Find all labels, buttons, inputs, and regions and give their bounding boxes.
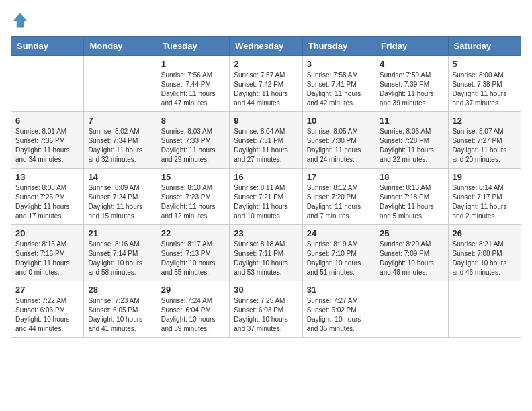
day-header: Wednesday [230, 37, 302, 56]
day-info: Sunrise: 7:25 AM Sunset: 6:03 PM Dayligh… [234, 296, 298, 334]
day-info: Sunrise: 8:16 AM Sunset: 7:14 PM Dayligh… [88, 240, 152, 277]
calendar-week-row: 1Sunrise: 7:56 AM Sunset: 7:44 PM Daylig… [11, 56, 521, 112]
day-info: Sunrise: 8:08 AM Sunset: 7:25 PM Dayligh… [15, 183, 79, 221]
day-number: 16 [234, 172, 298, 182]
day-number: 6 [15, 116, 79, 126]
day-number: 18 [380, 172, 443, 182]
calendar-cell: 13Sunrise: 8:08 AM Sunset: 7:25 PM Dayli… [11, 169, 84, 225]
calendar-cell: 14Sunrise: 8:09 AM Sunset: 7:24 PM Dayli… [84, 169, 157, 225]
calendar-cell: 21Sunrise: 8:16 AM Sunset: 7:14 PM Dayli… [84, 225, 157, 281]
day-number: 22 [161, 228, 225, 238]
day-number: 30 [234, 285, 298, 295]
calendar-cell: 23Sunrise: 8:18 AM Sunset: 7:11 PM Dayli… [230, 225, 302, 281]
calendar-cell: 8Sunrise: 8:03 AM Sunset: 7:33 PM Daylig… [157, 112, 229, 169]
logo [11, 11, 32, 30]
day-header: Monday [84, 37, 157, 56]
day-number: 3 [307, 59, 371, 69]
day-info: Sunrise: 8:12 AM Sunset: 7:20 PM Dayligh… [307, 183, 371, 221]
calendar-cell: 1Sunrise: 7:56 AM Sunset: 7:44 PM Daylig… [157, 56, 229, 112]
calendar-cell [84, 56, 157, 112]
day-info: Sunrise: 8:18 AM Sunset: 7:11 PM Dayligh… [234, 240, 298, 277]
calendar-cell: 17Sunrise: 8:12 AM Sunset: 7:20 PM Dayli… [302, 169, 375, 225]
day-info: Sunrise: 8:19 AM Sunset: 7:10 PM Dayligh… [307, 240, 371, 277]
day-header: Thursday [302, 37, 375, 56]
day-info: Sunrise: 7:23 AM Sunset: 6:05 PM Dayligh… [88, 296, 152, 334]
day-info: Sunrise: 8:11 AM Sunset: 7:21 PM Dayligh… [234, 183, 298, 221]
day-number: 1 [161, 59, 225, 69]
calendar-body: 1Sunrise: 7:56 AM Sunset: 7:44 PM Daylig… [11, 56, 521, 338]
page-header [11, 11, 521, 30]
day-number: 24 [307, 228, 371, 238]
day-number: 4 [380, 59, 443, 69]
calendar-table: SundayMondayTuesdayWednesdayThursdayFrid… [11, 36, 521, 338]
day-number: 21 [88, 228, 152, 238]
day-number: 11 [380, 116, 443, 126]
calendar-cell: 10Sunrise: 8:05 AM Sunset: 7:30 PM Dayli… [302, 112, 375, 169]
calendar-cell: 7Sunrise: 8:02 AM Sunset: 7:34 PM Daylig… [84, 112, 157, 169]
day-info: Sunrise: 7:22 AM Sunset: 6:06 PM Dayligh… [15, 296, 79, 334]
calendar-cell [11, 56, 84, 112]
day-number: 2 [234, 59, 298, 69]
calendar-cell: 9Sunrise: 8:04 AM Sunset: 7:31 PM Daylig… [230, 112, 302, 169]
calendar-cell: 11Sunrise: 8:06 AM Sunset: 7:28 PM Dayli… [375, 112, 448, 169]
calendar-cell: 26Sunrise: 8:21 AM Sunset: 7:08 PM Dayli… [448, 225, 521, 281]
calendar-cell: 28Sunrise: 7:23 AM Sunset: 6:05 PM Dayli… [84, 281, 157, 338]
calendar-cell: 6Sunrise: 8:01 AM Sunset: 7:36 PM Daylig… [11, 112, 84, 169]
calendar-cell: 18Sunrise: 8:13 AM Sunset: 7:18 PM Dayli… [375, 169, 448, 225]
day-info: Sunrise: 8:07 AM Sunset: 7:27 PM Dayligh… [453, 127, 517, 165]
calendar-cell: 22Sunrise: 8:17 AM Sunset: 7:13 PM Dayli… [157, 225, 229, 281]
day-number: 31 [307, 285, 371, 295]
day-header: Friday [375, 37, 448, 56]
day-number: 12 [453, 116, 517, 126]
day-info: Sunrise: 8:13 AM Sunset: 7:18 PM Dayligh… [380, 183, 443, 221]
svg-marker-0 [13, 13, 28, 28]
calendar-cell: 2Sunrise: 7:57 AM Sunset: 7:42 PM Daylig… [230, 56, 302, 112]
day-number: 17 [307, 172, 371, 182]
day-info: Sunrise: 8:15 AM Sunset: 7:16 PM Dayligh… [15, 240, 79, 277]
day-number: 8 [161, 116, 225, 126]
day-info: Sunrise: 7:59 AM Sunset: 7:39 PM Dayligh… [380, 71, 443, 108]
calendar-cell: 30Sunrise: 7:25 AM Sunset: 6:03 PM Dayli… [230, 281, 302, 338]
calendar-cell: 19Sunrise: 8:14 AM Sunset: 7:17 PM Dayli… [448, 169, 521, 225]
calendar-cell: 31Sunrise: 7:27 AM Sunset: 6:02 PM Dayli… [302, 281, 375, 338]
day-info: Sunrise: 8:06 AM Sunset: 7:28 PM Dayligh… [380, 127, 443, 165]
day-info: Sunrise: 8:02 AM Sunset: 7:34 PM Dayligh… [88, 127, 152, 165]
logo-icon [11, 11, 30, 30]
calendar-cell: 29Sunrise: 7:24 AM Sunset: 6:04 PM Dayli… [157, 281, 229, 338]
day-number: 10 [307, 116, 371, 126]
day-info: Sunrise: 8:21 AM Sunset: 7:08 PM Dayligh… [453, 240, 517, 277]
calendar-cell: 16Sunrise: 8:11 AM Sunset: 7:21 PM Dayli… [230, 169, 302, 225]
day-info: Sunrise: 8:04 AM Sunset: 7:31 PM Dayligh… [234, 127, 298, 165]
day-number: 15 [161, 172, 225, 182]
day-number: 25 [380, 228, 443, 238]
calendar-cell [375, 281, 448, 338]
day-number: 9 [234, 116, 298, 126]
day-info: Sunrise: 7:57 AM Sunset: 7:42 PM Dayligh… [234, 71, 298, 108]
day-number: 26 [453, 228, 517, 238]
day-info: Sunrise: 8:00 AM Sunset: 7:38 PM Dayligh… [453, 71, 517, 108]
calendar-cell: 25Sunrise: 8:20 AM Sunset: 7:09 PM Dayli… [375, 225, 448, 281]
calendar-week-row: 27Sunrise: 7:22 AM Sunset: 6:06 PM Dayli… [11, 281, 521, 338]
day-number: 13 [15, 172, 79, 182]
day-number: 7 [88, 116, 152, 126]
day-info: Sunrise: 8:20 AM Sunset: 7:09 PM Dayligh… [380, 240, 443, 277]
day-info: Sunrise: 8:17 AM Sunset: 7:13 PM Dayligh… [161, 240, 225, 277]
calendar-week-row: 6Sunrise: 8:01 AM Sunset: 7:36 PM Daylig… [11, 112, 521, 169]
calendar-cell: 5Sunrise: 8:00 AM Sunset: 7:38 PM Daylig… [448, 56, 521, 112]
calendar-week-row: 20Sunrise: 8:15 AM Sunset: 7:16 PM Dayli… [11, 225, 521, 281]
day-info: Sunrise: 8:10 AM Sunset: 7:23 PM Dayligh… [161, 183, 225, 221]
day-info: Sunrise: 7:56 AM Sunset: 7:44 PM Dayligh… [161, 71, 225, 108]
day-info: Sunrise: 7:27 AM Sunset: 6:02 PM Dayligh… [307, 296, 371, 334]
day-number: 27 [15, 285, 79, 295]
calendar-header-row: SundayMondayTuesdayWednesdayThursdayFrid… [11, 37, 521, 56]
day-info: Sunrise: 8:03 AM Sunset: 7:33 PM Dayligh… [161, 127, 225, 165]
day-info: Sunrise: 8:01 AM Sunset: 7:36 PM Dayligh… [15, 127, 79, 165]
day-info: Sunrise: 8:05 AM Sunset: 7:30 PM Dayligh… [307, 127, 371, 165]
day-number: 29 [161, 285, 225, 295]
calendar-cell: 15Sunrise: 8:10 AM Sunset: 7:23 PM Dayli… [157, 169, 229, 225]
day-info: Sunrise: 8:09 AM Sunset: 7:24 PM Dayligh… [88, 183, 152, 221]
day-number: 14 [88, 172, 152, 182]
day-header: Sunday [11, 37, 84, 56]
calendar-cell: 20Sunrise: 8:15 AM Sunset: 7:16 PM Dayli… [11, 225, 84, 281]
calendar-cell: 24Sunrise: 8:19 AM Sunset: 7:10 PM Dayli… [302, 225, 375, 281]
